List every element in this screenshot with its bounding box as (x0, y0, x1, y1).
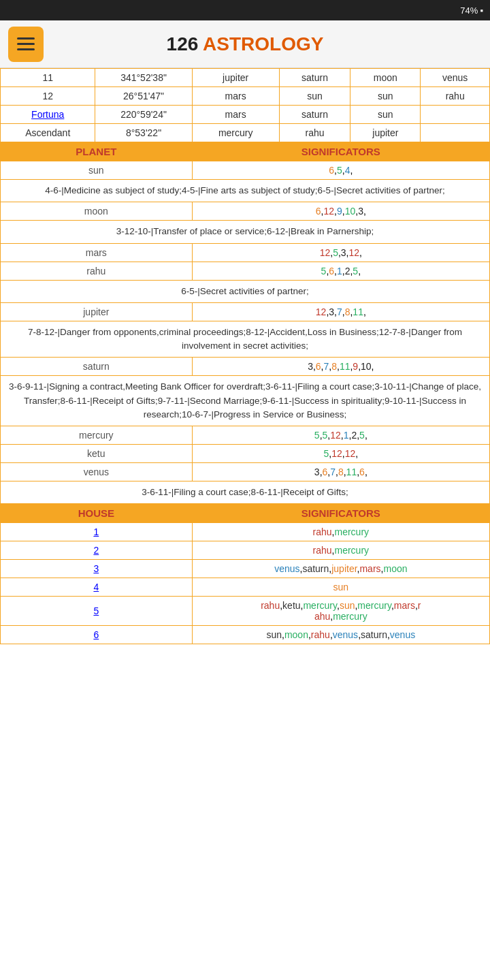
planet-12-2: sun (279, 87, 350, 106)
header: 126 ASTROLOGY (0, 20, 490, 68)
house-5-sigs: rahu,ketu,mercury,sun,mercury,mars,rahu,… (192, 597, 489, 626)
fortuna-p3: sun (350, 106, 421, 124)
house-1-row: 1 rahu,mercury (1, 523, 490, 541)
degree-12: 26°51'47" (95, 87, 192, 106)
ascendant-p4 (421, 124, 490, 142)
house-5-row: 5 rahu,ketu,mercury,sun,mercury,mars,rah… (1, 597, 490, 626)
rahu-row: rahu 5,6,1,2,5, (1, 262, 490, 280)
planet-12-3: sun (350, 87, 421, 106)
house-6-num[interactable]: 6 (1, 626, 193, 644)
ascendant-label: Ascendant (1, 124, 95, 142)
planet-12-4: rahu (421, 87, 490, 106)
fortuna-p2: saturn (279, 106, 350, 124)
fortuna-label[interactable]: Fortuna (1, 106, 95, 124)
ketu-significators: 5,12,12, (192, 445, 489, 463)
venus-row: venus 3,6,7,8,11,6, (1, 463, 490, 481)
table-row: 11 341°52'38" jupiter saturn moon venus (1, 69, 490, 87)
planet-11-1: jupiter (192, 69, 279, 87)
jupiter-description: 7-8-12-|Danger from opponents,criminal p… (1, 321, 490, 358)
house-2-num[interactable]: 2 (1, 541, 193, 560)
app-title: 126 ASTROLOGY (44, 33, 482, 55)
venus-description: 3-6-11-|Filing a court case;8-6-11-|Rece… (1, 481, 490, 504)
fortuna-degree: 220°59'24" (95, 106, 192, 124)
house-significators-col-header: SIGNIFICATORS (192, 504, 489, 523)
rahu-description-row: 6-5-|Secret activities of partner; (1, 280, 490, 302)
jupiter-significators: 12,3,7,8,11, (192, 302, 489, 321)
house-3-num[interactable]: 3 (1, 560, 193, 578)
planet-11-2: saturn (279, 69, 350, 87)
title-astrology: ASTROLOGY (203, 33, 323, 54)
ascendant-p1: mercury (192, 124, 279, 142)
ketu-row: ketu 5,12,12, (1, 445, 490, 463)
saturn-significators: 3,6,7,8,11,9,10, (192, 358, 489, 376)
sun-row: sun 6,5,4, (1, 161, 490, 180)
sun-significators: 6,5,4, (192, 161, 489, 180)
hamburger-line-3 (17, 48, 35, 50)
table-row: Ascendant 8°53'22" mercury rahu jupiter (1, 124, 490, 142)
fortuna-p4 (421, 106, 490, 124)
house-4-row: 4 sun (1, 578, 490, 597)
house-3-sigs: venus,saturn,jupiter,mars,moon (192, 560, 489, 578)
saturn-label: saturn (1, 358, 193, 376)
planet-11-3: moon (350, 69, 421, 87)
hamburger-line-1 (17, 37, 35, 39)
house-4-num[interactable]: 4 (1, 578, 193, 597)
house-4-sigs: sun (192, 578, 489, 597)
jupiter-label: jupiter (1, 302, 193, 321)
rahu-significators: 5,6,1,2,5, (192, 262, 489, 280)
planet-12-1: mars (192, 87, 279, 106)
sun-description: 4-6-|Medicine as subject of study;4-5-|F… (1, 180, 490, 202)
planet-section-header: PLANET SIGNIFICATORS (1, 142, 490, 161)
top-rows-section: 11 341°52'38" jupiter saturn moon venus … (1, 69, 490, 142)
ascendant-degree: 8°53'22" (95, 124, 192, 142)
house-section-header: HOUSE SIGNIFICATORS (1, 504, 490, 523)
venus-label: venus (1, 463, 193, 481)
ascendant-p2: rahu (279, 124, 350, 142)
moon-description: 3-12-10-|Transfer of place or service;6-… (1, 221, 490, 243)
hamburger-line-2 (17, 43, 35, 45)
jupiter-description-row: 7-8-12-|Danger from opponents,criminal p… (1, 321, 490, 358)
rahu-label: rahu (1, 262, 193, 280)
moon-label: moon (1, 202, 193, 221)
house-6-sigs: sun,moon,rahu,venus,saturn,venus (192, 626, 489, 644)
status-bar: 74% ▪ (0, 0, 490, 20)
ascendant-p3: jupiter (350, 124, 421, 142)
venus-significators: 3,6,7,8,11,6, (192, 463, 489, 481)
planet-col-header: PLANET (1, 142, 193, 161)
saturn-description: 3-6-9-11-|Signing a contract,Meeting Ban… (1, 376, 490, 426)
mercury-label: mercury (1, 426, 193, 445)
saturn-row: saturn 3,6,7,8,11,9,10, (1, 358, 490, 376)
house-1-num[interactable]: 1 (1, 523, 193, 541)
moon-description-row: 3-12-10-|Transfer of place or service;6-… (1, 221, 490, 243)
rahu-description: 6-5-|Secret activities of partner; (1, 280, 490, 302)
main-table: 11 341°52'38" jupiter saturn moon venus … (0, 68, 490, 644)
house-section: HOUSE SIGNIFICATORS 1 rahu,mercury 2 rah… (1, 504, 490, 644)
mars-row: mars 12,5,3,12, (1, 243, 490, 262)
title-number: 126 (167, 33, 199, 54)
sun-label: sun (1, 161, 193, 180)
moon-significators: 6,12,9,10,3, (192, 202, 489, 221)
mars-label: mars (1, 243, 193, 262)
planet-header-section: PLANET SIGNIFICATORS sun 6,5,4, 4-6-|Med… (1, 142, 490, 504)
house-2-row: 2 rahu,mercury (1, 541, 490, 560)
mars-significators: 12,5,3,12, (192, 243, 489, 262)
house-col-header: HOUSE (1, 504, 193, 523)
house-1-sigs: rahu,mercury (192, 523, 489, 541)
house-11: 11 (1, 69, 95, 87)
mercury-significators: 5,5,12,1,2,5, (192, 426, 489, 445)
house-2-sigs: rahu,mercury (192, 541, 489, 560)
menu-button[interactable] (8, 27, 44, 62)
degree-11: 341°52'38" (95, 69, 192, 87)
battery-text: 74% (460, 5, 478, 16)
mercury-row: mercury 5,5,12,1,2,5, (1, 426, 490, 445)
battery-icon: ▪ (480, 5, 483, 16)
house-5-num[interactable]: 5 (1, 597, 193, 626)
significators-col-header: SIGNIFICATORS (192, 142, 489, 161)
table-row: Fortuna 220°59'24" mars saturn sun (1, 106, 490, 124)
moon-row: moon 6,12,9,10,3, (1, 202, 490, 221)
house-6-row: 6 sun,moon,rahu,venus,saturn,venus (1, 626, 490, 644)
table-row: 12 26°51'47" mars sun sun rahu (1, 87, 490, 106)
house-12: 12 (1, 87, 95, 106)
fortuna-p1: mars (192, 106, 279, 124)
planet-11-4: venus (421, 69, 490, 87)
